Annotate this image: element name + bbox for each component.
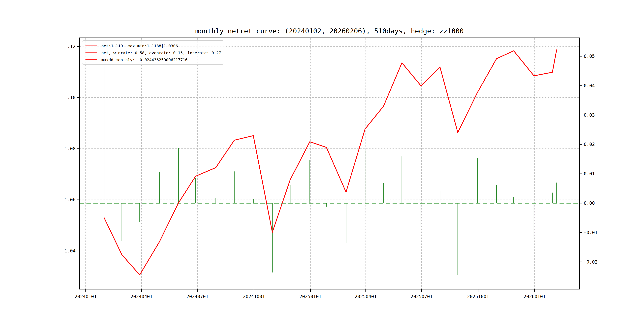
legend-entry-winrate: net, winrate: 0.58, evenrate: 0.15, lose…	[86, 49, 224, 56]
right-tick-label: −0.02	[584, 260, 598, 264]
right-tick-label: 0.04	[584, 83, 595, 88]
legend-entry-label: maxdd_monthly: −0.024436259096217716	[101, 58, 188, 62]
right-tick-label: 0.05	[584, 54, 595, 59]
x-tick-label: 20241001	[243, 294, 265, 299]
net-line	[104, 50, 557, 275]
x-tick-label: 20251001	[467, 294, 489, 299]
x-tick-label: 20250701	[411, 294, 433, 299]
legend-line-swatch	[86, 60, 97, 60]
legend-line-swatch	[86, 52, 97, 53]
figure: 2024010120240401202407012024100120250101…	[0, 0, 644, 322]
x-tick-label: 20250101	[299, 294, 322, 299]
left-tick-label: 1.08	[64, 146, 76, 151]
left-tick-label: 1.10	[64, 95, 76, 100]
legend-entry-maxdd: maxdd_monthly: −0.024436259096217716	[86, 56, 224, 63]
right-tick-label: 0.01	[584, 171, 595, 176]
x-tick-label: 20240701	[186, 294, 208, 299]
left-tick-label: 1.12	[64, 44, 76, 49]
chart-title: monthly netret curve: (20240102, 2026020…	[80, 27, 580, 35]
right-tick-label: −0.01	[584, 230, 598, 235]
axes-frame	[80, 38, 580, 289]
x-tick-label: 20260101	[524, 294, 546, 299]
x-tick-label: 20240401	[130, 294, 153, 299]
right-tick-label: 0.02	[584, 142, 595, 147]
x-tick-label: 20250401	[354, 294, 377, 299]
legend-entry-net: net:1.119, max|min:1.1188|1.0306	[86, 42, 224, 49]
legend-entry-label: net, winrate: 0.58, evenrate: 0.15, lose…	[101, 50, 221, 55]
left-tick-label: 1.06	[64, 197, 76, 202]
legend-line-swatch	[86, 46, 97, 46]
x-tick-label: 20240101	[75, 294, 97, 299]
right-tick-label: 0.03	[584, 112, 595, 118]
legend-entry-label: net:1.119, max|min:1.1188|1.0306	[101, 44, 178, 48]
legend-box: net:1.119, max|min:1.1188|1.0306 net, wi…	[82, 40, 224, 64]
right-tick-label: 0.00	[584, 200, 595, 206]
left-tick-label: 1.04	[64, 248, 76, 254]
